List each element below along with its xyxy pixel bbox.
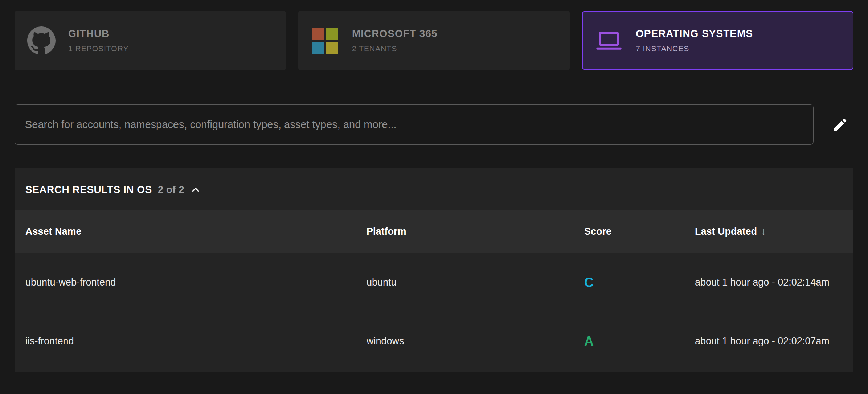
search-row [15, 104, 853, 145]
edit-search-button[interactable] [827, 111, 853, 138]
provider-cards-row: GITHUB 1 REPOSITORY MICROSOFT 365 2 TENA… [0, 0, 868, 70]
column-header-asset-name[interactable]: Asset Name [25, 226, 367, 237]
ms-square-1 [312, 28, 324, 40]
column-header-asset-name-label: Asset Name [25, 226, 82, 237]
score-badge: A [584, 334, 695, 349]
card-os-subtitle: 7 INSTANCES [636, 44, 753, 53]
card-os-text: OPERATING SYSTEMS 7 INSTANCES [636, 28, 753, 53]
column-header-last-updated[interactable]: Last Updated ↓ [695, 226, 853, 237]
search-input[interactable] [15, 104, 814, 145]
column-header-last-updated-label: Last Updated [695, 226, 757, 237]
card-github-subtitle: 1 REPOSITORY [68, 44, 128, 53]
microsoft-logo [311, 26, 340, 55]
table-row[interactable]: ubuntu-web-frontend ubuntu C about 1 hou… [15, 253, 853, 312]
cell-platform: windows [367, 336, 584, 347]
github-icon [27, 26, 56, 55]
results-title: SEARCH RESULTS IN OS [25, 184, 152, 196]
pencil-icon [832, 116, 848, 133]
panel-footer-padding [15, 370, 853, 372]
card-microsoft-subtitle: 2 TENANTS [352, 44, 437, 53]
cell-asset-name: ubuntu-web-frontend [25, 277, 367, 288]
card-operating-systems[interactable]: OPERATING SYSTEMS 7 INSTANCES [582, 11, 853, 70]
results-count: 2 of 2 [158, 184, 184, 196]
results-header-toggle[interactable]: SEARCH RESULTS IN OS 2 of 2 [15, 168, 853, 210]
chevron-up-icon[interactable] [190, 184, 201, 195]
column-header-platform-label: Platform [367, 226, 406, 237]
ms-square-3 [312, 42, 324, 54]
card-github[interactable]: GITHUB 1 REPOSITORY [15, 11, 286, 70]
card-github-text: GITHUB 1 REPOSITORY [68, 28, 128, 53]
results-panel: SEARCH RESULTS IN OS 2 of 2 Asset Name P… [15, 168, 853, 372]
card-os-title: OPERATING SYSTEMS [636, 28, 753, 40]
table-header-row: Asset Name Platform Score Last Updated ↓ [15, 210, 853, 253]
arrow-down-icon: ↓ [761, 226, 766, 237]
ms-square-4 [326, 42, 338, 54]
column-header-score-label: Score [584, 226, 611, 237]
column-header-platform[interactable]: Platform [367, 226, 584, 237]
table-row[interactable]: iis-frontend windows A about 1 hour ago … [15, 312, 853, 370]
card-github-title: GITHUB [68, 28, 128, 40]
ms-square-2 [326, 28, 338, 40]
card-microsoft-title: MICROSOFT 365 [352, 28, 437, 40]
cell-last-updated: about 1 hour ago - 02:02:07am [695, 336, 853, 347]
card-microsoft-text: MICROSOFT 365 2 TENANTS [352, 28, 437, 53]
column-header-score[interactable]: Score [584, 226, 695, 237]
cell-last-updated: about 1 hour ago - 02:02:14am [695, 277, 853, 288]
score-badge: C [584, 275, 695, 290]
cell-platform: ubuntu [367, 277, 584, 288]
laptop-icon [594, 26, 623, 55]
cell-asset-name: iis-frontend [25, 336, 367, 347]
card-microsoft-365[interactable]: MICROSOFT 365 2 TENANTS [298, 11, 570, 70]
